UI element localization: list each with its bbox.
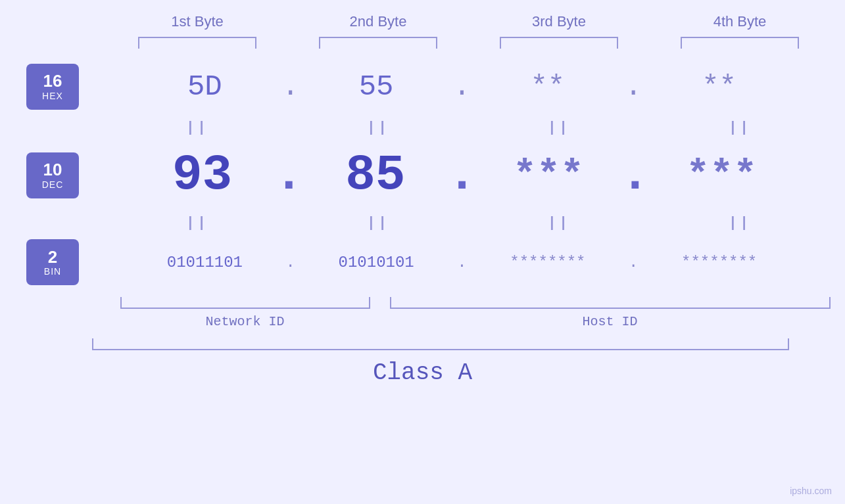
equals-2-3: || — [493, 215, 625, 231]
dec-sep-3: . — [622, 147, 648, 204]
hex-byte-2: 55 — [303, 70, 450, 103]
equals-2-2: || — [312, 215, 444, 231]
bin-badge-number: 2 — [48, 248, 57, 267]
bin-badge: 2 BIN — [26, 239, 79, 285]
dec-byte-1: 93 — [132, 147, 273, 204]
network-id-label: Network ID — [120, 314, 370, 329]
dec-byte-4: *** — [651, 153, 792, 198]
equals-2-4: || — [674, 215, 806, 231]
equals-1-4: || — [674, 120, 806, 136]
dec-byte-3: *** — [478, 153, 619, 198]
bottom-brackets — [107, 297, 831, 309]
hex-byte-4: ** — [646, 70, 792, 103]
hex-sep-3: . — [623, 70, 643, 103]
hex-badge-number: 16 — [43, 72, 62, 91]
equals-1-1: || — [132, 120, 263, 136]
bin-byte-4: ******** — [646, 254, 792, 271]
watermark: ipshu.com — [790, 486, 832, 496]
hex-badge-label: HEX — [42, 91, 63, 101]
equals-row-1: || || || || — [107, 118, 831, 137]
top-brackets — [107, 37, 831, 49]
equals-1-2: || — [312, 120, 444, 136]
bin-byte-3: ******** — [475, 254, 621, 271]
dec-byte-2: 85 — [304, 147, 446, 204]
host-id-label: Host ID — [390, 314, 831, 329]
bin-row: 2 BIN 01011101 . 01010101 . ******** . *… — [0, 233, 845, 292]
dec-badge-number: 10 — [43, 160, 62, 179]
dec-sep-2: . — [449, 147, 475, 204]
hex-sep-1: . — [281, 70, 301, 103]
dec-sep-1: . — [276, 147, 302, 204]
bin-values: 01011101 . 01010101 . ******** . *******… — [79, 254, 845, 271]
host-bracket — [390, 297, 831, 309]
byte-header-2: 2nd Byte — [306, 13, 450, 30]
byte-headers-row: 1st Byte 2nd Byte 3rd Byte 4th Byte — [107, 13, 831, 30]
dec-values: 93 . 85 . *** . *** — [79, 147, 845, 204]
bin-sep-1: . — [281, 254, 301, 271]
main-container: 1st Byte 2nd Byte 3rd Byte 4th Byte 16 H… — [0, 0, 845, 504]
equals-row-2: || || || || — [107, 213, 831, 233]
bin-sep-2: . — [452, 254, 472, 271]
bin-byte-1: 01011101 — [132, 254, 278, 271]
bracket-top-3 — [500, 37, 618, 49]
equals-1-3: || — [493, 120, 625, 136]
hex-byte-3: ** — [475, 70, 621, 103]
dec-badge: 10 DEC — [26, 152, 79, 198]
full-bracket — [92, 338, 789, 350]
bracket-top-1 — [138, 37, 256, 49]
bin-byte-2: 01010101 — [303, 254, 450, 271]
network-bracket — [120, 297, 370, 309]
hex-row: 16 HEX 5D . 55 . ** . ** — [0, 55, 845, 118]
hex-values: 5D . 55 . ** . ** — [79, 70, 845, 103]
hex-badge: 16 HEX — [26, 64, 79, 110]
hex-byte-1: 5D — [132, 70, 278, 103]
bin-sep-3: . — [623, 254, 643, 271]
bin-badge-label: BIN — [44, 266, 61, 277]
bracket-top-4 — [681, 37, 799, 49]
bracket-top-2 — [319, 37, 437, 49]
byte-header-3: 3rd Byte — [487, 13, 631, 30]
hex-sep-2: . — [452, 70, 472, 103]
dec-row: 10 DEC 93 . 85 . *** . *** — [0, 137, 845, 213]
dec-badge-label: DEC — [42, 179, 64, 190]
byte-header-1: 1st Byte — [125, 13, 270, 30]
equals-2-1: || — [132, 215, 263, 231]
byte-header-4: 4th Byte — [667, 13, 812, 30]
id-labels: Network ID Host ID — [107, 314, 831, 329]
class-label: Class A — [0, 359, 845, 386]
